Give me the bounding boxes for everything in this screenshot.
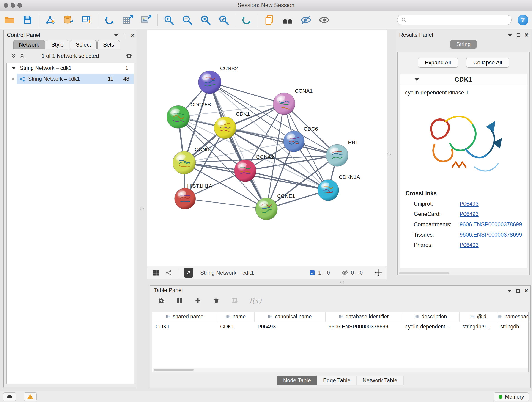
network-edge[interactable] bbox=[185, 199, 266, 209]
collection-label: String Network – cdk1 bbox=[20, 65, 71, 71]
table-settings-gear-icon[interactable] bbox=[158, 297, 165, 304]
string-tab-badge[interactable]: String bbox=[450, 40, 477, 49]
network-node-CCNA1[interactable]: CCNA1 bbox=[273, 88, 313, 115]
network-node-CCNB2[interactable]: CCNB2 bbox=[198, 65, 238, 94]
column-header[interactable]: @id bbox=[459, 312, 497, 322]
birdseye-toggle-button[interactable] bbox=[184, 268, 193, 278]
control-panel-collapse-icon[interactable] bbox=[114, 34, 118, 37]
cell-shared-name[interactable]: CDK1 bbox=[152, 322, 217, 332]
network-node-RB1[interactable]: RB1 bbox=[326, 139, 358, 166]
expand-all-button[interactable]: Expand All bbox=[418, 57, 458, 68]
open-session-button[interactable] bbox=[3, 14, 15, 26]
results-hscrollbar[interactable] bbox=[398, 272, 529, 274]
results-float-icon[interactable] bbox=[517, 33, 520, 37]
column-header[interactable]: name bbox=[217, 312, 254, 322]
table-row[interactable]: CDK1 CDK1 P06493 9606.ENSP00000378699 cy… bbox=[152, 322, 529, 332]
selected-checkbox-icon[interactable] bbox=[309, 269, 316, 276]
column-header[interactable]: namespac bbox=[497, 312, 529, 322]
network-edge[interactable] bbox=[245, 171, 328, 190]
column-icon bbox=[339, 314, 344, 319]
crosslink-link[interactable]: P06493 bbox=[460, 201, 479, 207]
crosslink-link[interactable]: P06493 bbox=[460, 211, 479, 217]
search-input[interactable] bbox=[397, 15, 512, 25]
crosslink-link[interactable]: 9606.ENSP00000378699 bbox=[460, 221, 522, 228]
documents-icon bbox=[264, 14, 275, 26]
results-close-icon[interactable]: × bbox=[525, 32, 528, 38]
network-overview-icon[interactable] bbox=[165, 269, 172, 276]
tab-network-table[interactable]: Network Table bbox=[356, 376, 404, 385]
import-database-button[interactable] bbox=[62, 14, 75, 26]
table-collapse-icon[interactable] bbox=[508, 290, 512, 292]
results-hscroll-thumb[interactable] bbox=[399, 272, 449, 274]
right-splitter-handle[interactable] bbox=[387, 153, 391, 156]
cell-namespace[interactable]: stringdb bbox=[497, 322, 529, 332]
network-options-gear-icon[interactable] bbox=[125, 52, 133, 60]
pan-tool-icon[interactable] bbox=[374, 269, 382, 277]
column-header[interactable]: description bbox=[402, 312, 459, 322]
network-node-CDC6[interactable]: CDC6 bbox=[283, 126, 318, 152]
tab-edge-table[interactable]: Edge Table bbox=[317, 376, 357, 385]
network-node-CDK1[interactable]: CDK1 bbox=[214, 111, 250, 139]
column-header[interactable]: shared name bbox=[152, 312, 217, 322]
graphics-details-button[interactable] bbox=[281, 14, 294, 26]
results-collapse-icon[interactable] bbox=[508, 34, 512, 36]
add-column-icon[interactable] bbox=[194, 297, 202, 304]
control-panel-close-icon[interactable]: × bbox=[131, 32, 134, 38]
export-table-button[interactable] bbox=[122, 14, 134, 26]
cell-database-identifier[interactable]: 9606.ENSP00000378699 bbox=[325, 322, 402, 332]
new-network-button[interactable] bbox=[103, 14, 116, 26]
duplicate-network-button[interactable] bbox=[263, 14, 275, 26]
control-panel-float-icon[interactable] bbox=[123, 34, 126, 37]
table-float-icon[interactable] bbox=[516, 289, 520, 293]
import-network-button[interactable] bbox=[44, 14, 56, 26]
tab-style[interactable]: Style bbox=[46, 40, 69, 49]
cell-description[interactable]: cyclin-dependent ... bbox=[402, 322, 459, 332]
show-columns-icon[interactable] bbox=[176, 297, 183, 304]
crosslink-link[interactable]: 9606.ENSP00000378699 bbox=[460, 231, 522, 238]
zoom-fit-button[interactable] bbox=[199, 14, 212, 26]
tab-select[interactable]: Select bbox=[70, 40, 97, 49]
cell-canonical-name[interactable]: P06493 bbox=[254, 322, 325, 332]
collection-disclosure-icon[interactable] bbox=[12, 67, 16, 70]
tab-network[interactable]: Network bbox=[13, 40, 45, 49]
memory-button[interactable]: Memory bbox=[494, 392, 529, 401]
tab-sets[interactable]: Sets bbox=[97, 40, 120, 49]
collapse-all-button[interactable]: Collapse All bbox=[466, 57, 509, 68]
network-collection-row[interactable]: String Network – cdk1 1 bbox=[7, 63, 134, 74]
delete-column-icon[interactable] bbox=[213, 297, 220, 304]
eye-icon bbox=[318, 14, 330, 26]
column-header[interactable]: canonical name bbox=[254, 312, 325, 322]
table-hscrollbar[interactable] bbox=[153, 368, 528, 372]
table-hscroll-thumb[interactable] bbox=[154, 369, 194, 371]
zoom-selected-button[interactable] bbox=[218, 14, 230, 26]
toolbar-separator bbox=[235, 14, 235, 26]
tab-node-table[interactable]: Node Table bbox=[277, 376, 317, 385]
column-header[interactable]: database identifier bbox=[325, 312, 402, 322]
save-session-button[interactable] bbox=[21, 14, 34, 26]
zoom-in-button[interactable] bbox=[163, 14, 175, 26]
left-splitter-handle[interactable] bbox=[140, 207, 144, 211]
network-edge[interactable] bbox=[210, 82, 266, 209]
help-button[interactable]: ? bbox=[518, 15, 528, 26]
show-all-button[interactable] bbox=[318, 14, 330, 26]
cell-id[interactable]: stringdb:9... bbox=[459, 322, 497, 332]
network-row[interactable]: String Network – cdk1 11 48 bbox=[7, 74, 134, 84]
gene-section-header[interactable]: CDK1 bbox=[400, 74, 527, 85]
zoom-out-button[interactable] bbox=[181, 14, 193, 26]
bottom-splitter-handle[interactable] bbox=[341, 281, 344, 284]
warnings-button[interactable] bbox=[24, 392, 37, 401]
hidden-eye-slash-icon[interactable] bbox=[341, 269, 348, 276]
refresh-layout-button[interactable] bbox=[240, 14, 253, 26]
crosslink-link[interactable]: P06493 bbox=[460, 242, 479, 248]
cell-name[interactable]: CDK1 bbox=[217, 322, 254, 332]
table-close-icon[interactable]: × bbox=[525, 288, 528, 294]
network-canvas[interactable]: CCNB2CCNA1CDC25BCDK1CDC6RB1CCNB1CCNA2CDK… bbox=[147, 30, 386, 266]
cloud-button[interactable] bbox=[3, 392, 16, 401]
network-node-CDKN1A[interactable]: CDKN1A bbox=[318, 174, 360, 201]
gene-disclosure-icon[interactable] bbox=[415, 78, 419, 81]
import-table-button[interactable] bbox=[81, 14, 93, 26]
hide-selected-button[interactable] bbox=[300, 14, 312, 26]
export-image-button[interactable] bbox=[140, 14, 152, 26]
grid-view-icon[interactable] bbox=[152, 269, 159, 276]
network-node-HIST1H1A[interactable]: HIST1H1A bbox=[175, 183, 212, 209]
